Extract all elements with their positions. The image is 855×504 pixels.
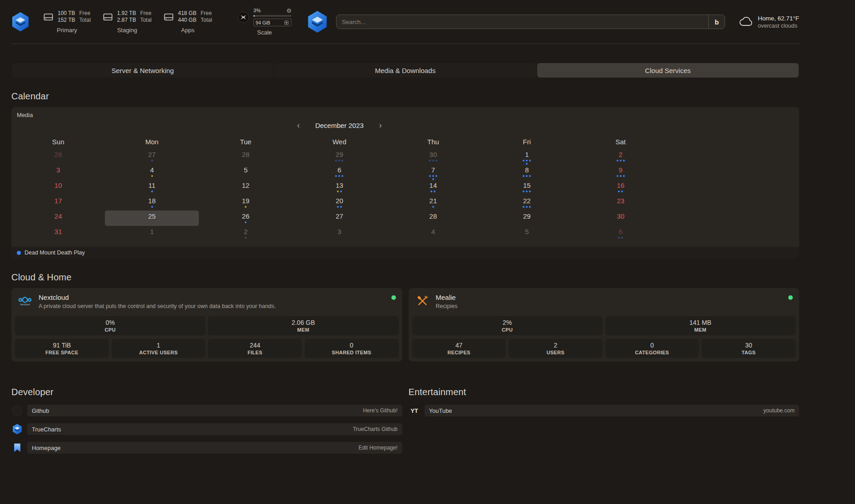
- cloud-icon: [739, 16, 753, 27]
- calendar-event-dot: [617, 175, 618, 177]
- calendar-day[interactable]: 11: [105, 180, 198, 195]
- calendar-day[interactable]: 24: [11, 210, 105, 226]
- storage-total-value: 152 TB: [58, 17, 75, 24]
- calendar-day[interactable]: 25: [105, 210, 198, 226]
- calendar-day[interactable]: 30: [386, 149, 480, 164]
- calendar-day[interactable]: 26: [199, 210, 292, 226]
- calendar-day[interactable]: 6: [574, 226, 667, 241]
- calendar-event-dot: [523, 191, 524, 192]
- calendar-event-dot: [429, 175, 431, 177]
- calendar-event-dot: [432, 175, 434, 177]
- calendar-day[interactable]: 23: [574, 195, 667, 210]
- calendar-event-dot: [432, 206, 434, 208]
- svg-text:Nextcloud: Nextcloud: [20, 303, 30, 306]
- storage-widget-name: Apps: [181, 27, 195, 34]
- calendar-day[interactable]: 3: [292, 226, 386, 241]
- gear-icon[interactable]: ⚙: [286, 8, 292, 14]
- bookmark-link-homepage[interactable]: Homepage Edit Homepage!: [27, 442, 402, 454]
- calendar-event-dot: [435, 160, 437, 161]
- bookmarks-grid: Developer Github Here's Github!: [11, 387, 799, 460]
- calendar-day[interactable]: 8: [480, 164, 573, 180]
- calendar-weekday-header: SunMonTueWedThuFriSat: [11, 135, 667, 149]
- bookmark-link-truecharts[interactable]: TrueCharts TrueCharts Github: [27, 423, 402, 435]
- calendar-day[interactable]: 28: [199, 149, 292, 164]
- truenas-logo-icon: [237, 11, 249, 23]
- calendar-day[interactable]: 31: [11, 226, 105, 241]
- storage-free-label: Free: [79, 10, 90, 17]
- calendar-day[interactable]: 2: [199, 226, 292, 241]
- calendar-day[interactable]: 10: [11, 180, 105, 195]
- calendar-day[interactable]: 29: [480, 210, 573, 226]
- calendar-event-dot: [338, 160, 340, 161]
- calendar-next-month-button[interactable]: ›: [376, 120, 385, 130]
- calendar-event-dot: [529, 191, 531, 192]
- bookmark-link-github[interactable]: Github Here's Github!: [27, 405, 402, 416]
- calendar-event-dot: [529, 160, 531, 161]
- calendar-day[interactable]: 27: [105, 149, 198, 164]
- service-link-mealie[interactable]: Mealie Recipies: [409, 288, 800, 313]
- calendar-day[interactable]: 16: [574, 180, 667, 195]
- search-provider-button[interactable]: b: [708, 15, 725, 29]
- weather-location-temp: Home, 62.71°F: [758, 15, 799, 22]
- calendar-day[interactable]: 12: [199, 180, 292, 195]
- calendar-day[interactable]: 21: [386, 195, 480, 210]
- storage-widget-primary: 100 TB 152 TB Free Total Primary: [43, 10, 91, 34]
- calendar-day[interactable]: 29: [292, 149, 386, 164]
- calendar-event-dot: [523, 206, 524, 208]
- calendar-event-dot: [341, 160, 343, 161]
- calendar-day[interactable]: 22: [480, 195, 573, 210]
- calendar-day[interactable]: 3: [11, 164, 105, 180]
- search-input[interactable]: [336, 15, 725, 29]
- memory-value: 94 GiB: [256, 20, 270, 25]
- stat-cell: 2% CPU: [412, 316, 603, 335]
- status-badge: [788, 295, 793, 300]
- truecharts-icon: [11, 423, 23, 435]
- calendar-day[interactable]: 13: [292, 180, 386, 195]
- calendar-day[interactable]: 1: [105, 226, 198, 241]
- calendar-weekday: Thu: [386, 135, 480, 149]
- calendar-event-dot: [526, 191, 528, 192]
- calendar-day[interactable]: 28: [386, 210, 480, 226]
- cpu-percent-value: 3%: [253, 8, 261, 14]
- calendar-event-dot: [621, 191, 623, 192]
- calendar-day[interactable]: 1: [480, 149, 573, 164]
- calendar-day[interactable]: 30: [574, 210, 667, 226]
- calendar-day[interactable]: 14: [386, 180, 480, 195]
- calendar-event-dot: [529, 175, 531, 177]
- cpu-usage-fill: [253, 15, 255, 17]
- calendar-day[interactable]: 4: [105, 164, 198, 180]
- calendar-day[interactable]: 9: [574, 164, 667, 180]
- calendar-day[interactable]: 15: [480, 180, 573, 195]
- calendar-event-dot: [526, 175, 528, 177]
- calendar-event-dot: [621, 237, 623, 239]
- calendar-event-dot: [151, 206, 153, 208]
- bookmark-link-youtube[interactable]: YouTube youtube.com: [425, 405, 800, 416]
- tab-cloud-services[interactable]: Cloud Services: [537, 63, 799, 78]
- calendar-day[interactable]: 6: [292, 164, 386, 180]
- section-title-entertainment: Entertainment: [409, 387, 800, 397]
- calendar-day[interactable]: 17: [11, 195, 105, 210]
- truecharts-logo-icon: [11, 12, 30, 32]
- event-legend-label: Dead Mount Death Play: [25, 250, 85, 256]
- calendar-event-dot: [151, 175, 153, 177]
- mealie-icon: [414, 293, 430, 308]
- cpu-usage-bar: [253, 15, 292, 17]
- calendar-day[interactable]: 4: [386, 226, 480, 241]
- calendar-day[interactable]: 19: [199, 195, 292, 210]
- service-link-nextcloud[interactable]: Nextcloud Nextcloud A private cloud serv…: [11, 288, 402, 313]
- service-card-nextcloud: Nextcloud Nextcloud A private cloud serv…: [11, 288, 402, 362]
- tab-media-downloads[interactable]: Media & Downloads: [274, 63, 536, 78]
- calendar-day[interactable]: 5: [199, 164, 292, 180]
- tab-server-networking[interactable]: Server & Networking: [12, 63, 273, 78]
- calendar-day[interactable]: 5: [480, 226, 573, 241]
- calendar-day[interactable]: 7: [386, 164, 480, 180]
- calendar-day[interactable]: 2: [574, 149, 667, 164]
- calendar-prev-month-button[interactable]: ‹: [294, 120, 302, 130]
- calendar-day[interactable]: 26: [11, 149, 105, 164]
- calendar-day[interactable]: 20: [292, 195, 386, 210]
- stat-cell: 0% CPU: [15, 316, 205, 335]
- nextcloud-icon: Nextcloud: [17, 293, 33, 308]
- calendar-day[interactable]: 18: [105, 195, 198, 210]
- calendar-day[interactable]: 27: [292, 210, 386, 226]
- calendar-widget: Media ‹ December 2023 › SunMonTueWedThuF…: [11, 107, 799, 259]
